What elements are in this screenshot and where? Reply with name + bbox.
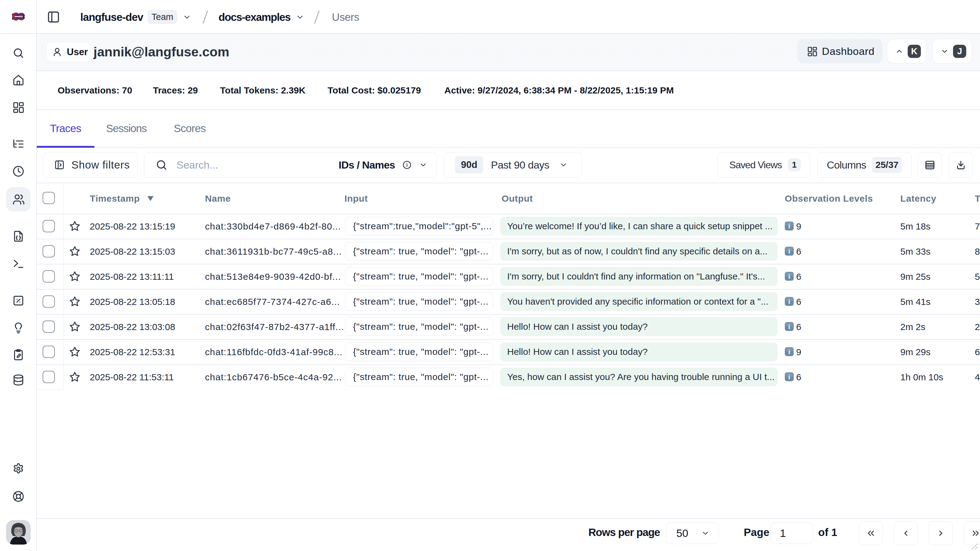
svg-text:i: i <box>789 223 790 230</box>
svg-text:i: i <box>789 348 790 355</box>
svg-text:i: i <box>789 298 790 305</box>
svg-text:i: i <box>789 373 790 381</box>
svg-text:i: i <box>789 323 790 330</box>
svg-text:i: i <box>789 273 790 280</box>
svg-text:i: i <box>789 248 790 255</box>
